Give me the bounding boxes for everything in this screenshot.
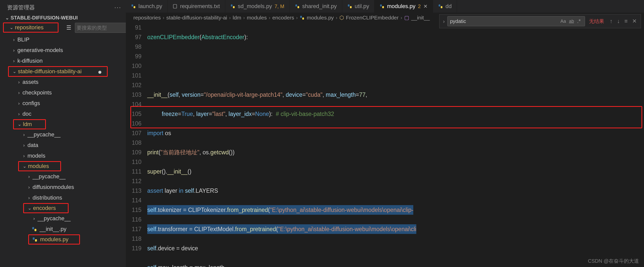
project-name: STABLE-DIFFUSION-WEBUI (11, 15, 78, 21)
tree-item-distributions[interactable]: ›distributions (0, 192, 126, 203)
chevron-down-icon: ⌄ (27, 205, 32, 211)
editor-area: launch.py requirements.txt sd_models.py7… (126, 0, 644, 267)
svg-rect-2 (33, 237, 35, 240)
svg-rect-3 (35, 239, 37, 241)
chevron-right-icon: › (21, 143, 26, 148)
chevron-right-icon: › (21, 132, 26, 137)
close-icon[interactable]: ✕ (423, 3, 428, 9)
next-match-icon[interactable]: ↓ (616, 18, 621, 25)
explorer-title: 资源管理器 (7, 4, 35, 11)
chevron-right-icon: › (11, 37, 16, 42)
tree-item-sd-stability-ai[interactable]: ⌄stable-diffusion-stability-ai (8, 66, 108, 77)
tree-item-models[interactable]: ›models (0, 151, 126, 161)
code-editor[interactable]: 9197989910010110210310410510610710810911… (126, 23, 644, 267)
tree-item-k-diffusion[interactable]: ›k-diffusion (0, 56, 126, 66)
chevron-right-icon[interactable]: › (442, 18, 446, 24)
python-icon (32, 237, 38, 242)
python-icon (347, 4, 352, 9)
tab-launch[interactable]: launch.py (126, 0, 167, 13)
tab-sdmodels[interactable]: sd_models.py7, M (225, 0, 290, 13)
svg-rect-15 (438, 5, 440, 7)
chevron-right-icon: › (21, 153, 26, 159)
python-icon (379, 4, 385, 9)
class-icon: ⬡ (339, 15, 344, 21)
list-icon[interactable]: ☰ (65, 24, 73, 32)
editor-tabs: launch.py requirements.txt sd_models.py7… (126, 0, 644, 13)
tree-item-pycache[interactable]: ›__pycache__ (0, 171, 126, 182)
chevron-right-icon: › (26, 185, 32, 190)
explorer-header: 资源管理器 ··· (0, 0, 126, 14)
svg-rect-6 (173, 5, 177, 8)
chevron-right-icon: › (163, 15, 164, 20)
svg-rect-4 (132, 5, 133, 7)
svg-rect-9 (295, 5, 297, 7)
prev-match-icon[interactable]: ↑ (608, 18, 614, 25)
whole-word-icon[interactable]: ab (567, 18, 575, 25)
tree-item-configs[interactable]: ›configs (0, 98, 126, 109)
match-case-icon[interactable]: Aa (559, 18, 567, 25)
tree-item-repositories[interactable]: ⌄ repositories (3, 22, 58, 33)
code-lines[interactable]: ozenCLIPEmbedder(AbstractEncoder): __ini… (147, 23, 644, 267)
chevron-right-icon: › (16, 101, 21, 106)
chevron-right-icon: › (401, 15, 402, 20)
tab-dd[interactable]: dd (433, 0, 457, 13)
svg-rect-18 (302, 17, 304, 19)
chevron-right-icon: › (11, 48, 16, 53)
close-icon[interactable]: ✕ (631, 18, 638, 25)
svg-rect-10 (297, 6, 299, 8)
svg-rect-8 (233, 6, 235, 8)
tree-item-checkpoints[interactable]: ›checkpoints (0, 87, 126, 98)
chevron-right-icon: › (336, 15, 337, 20)
svg-rect-11 (348, 5, 349, 7)
svg-rect-13 (380, 5, 382, 7)
python-icon (230, 4, 235, 9)
tree-item-pycache[interactable]: ›__pycache__ (0, 213, 126, 224)
svg-rect-5 (134, 6, 135, 8)
svg-rect-17 (300, 16, 302, 18)
python-icon (438, 4, 443, 9)
chevron-right-icon: › (296, 15, 298, 20)
python-icon (131, 4, 136, 9)
chevron-right-icon: › (16, 111, 21, 117)
chevron-down-icon: ⌄ (22, 163, 27, 169)
regex-icon[interactable]: .* (575, 17, 582, 25)
project-title-row[interactable]: ⌄ STABLE-DIFFUSION-WEBUI (0, 14, 126, 22)
more-icon[interactable]: ··· (114, 4, 121, 11)
tree-item-modulespy[interactable]: modules.py2 (28, 234, 80, 245)
chevron-right-icon: › (32, 216, 37, 221)
watermark: CSDN @在奋斗的大道 (588, 258, 639, 264)
explorer-sidebar: 资源管理器 ··· ⌄ STABLE-DIFFUSION-WEBUI ⌄ rep… (0, 0, 126, 267)
find-input[interactable] (450, 18, 559, 24)
tree-item-initpy[interactable]: __init__.py (0, 224, 126, 234)
tree-item-encoders[interactable]: ⌄encoders (23, 203, 69, 213)
tree-item-blip[interactable]: ›BLIP (0, 34, 126, 45)
svg-rect-14 (382, 6, 384, 8)
svg-rect-16 (441, 6, 443, 8)
chevron-right-icon: › (26, 174, 32, 179)
tab-requirements[interactable]: requirements.txt (167, 0, 225, 13)
find-input-wrap[interactable]: Aa ab .* (447, 16, 585, 26)
tree-item-assets[interactable]: ›assets (0, 77, 126, 87)
tree-item-generative-models[interactable]: ›generative-models (0, 45, 126, 56)
tree-item-pycache[interactable]: ›__pycache__ (0, 129, 126, 140)
svg-rect-1 (35, 229, 36, 231)
chevron-right-icon: › (243, 15, 245, 20)
find-in-selection-icon[interactable]: ≡ (623, 18, 629, 25)
python-icon (295, 4, 300, 9)
svg-rect-0 (32, 227, 34, 229)
tree-item-data[interactable]: ›data (0, 140, 126, 151)
chevron-right-icon: › (11, 58, 16, 64)
tab-util[interactable]: util.py (342, 0, 374, 13)
find-widget: › Aa ab .* 无结果 ↑ ↓ ≡ ✕ (439, 14, 641, 28)
tab-sharedinit[interactable]: shared_init.py (290, 0, 342, 13)
chevron-down-icon: ⌄ (12, 69, 17, 74)
chevron-right-icon: › (16, 80, 21, 85)
chevron-right-icon: › (229, 15, 231, 20)
tree-item-ldm[interactable]: ⌄ldm (13, 119, 46, 129)
tree-item-doc[interactable]: ›doc (0, 109, 126, 119)
chevron-down-icon: ⌄ (9, 25, 14, 30)
tree-item-modules[interactable]: ⌄modules (18, 161, 61, 171)
chevron-right-icon: › (16, 90, 21, 95)
tab-modules[interactable]: modules.py2✕ (374, 0, 433, 13)
tree-item-diffusionmodules[interactable]: ›diffusionmodules (0, 182, 126, 192)
